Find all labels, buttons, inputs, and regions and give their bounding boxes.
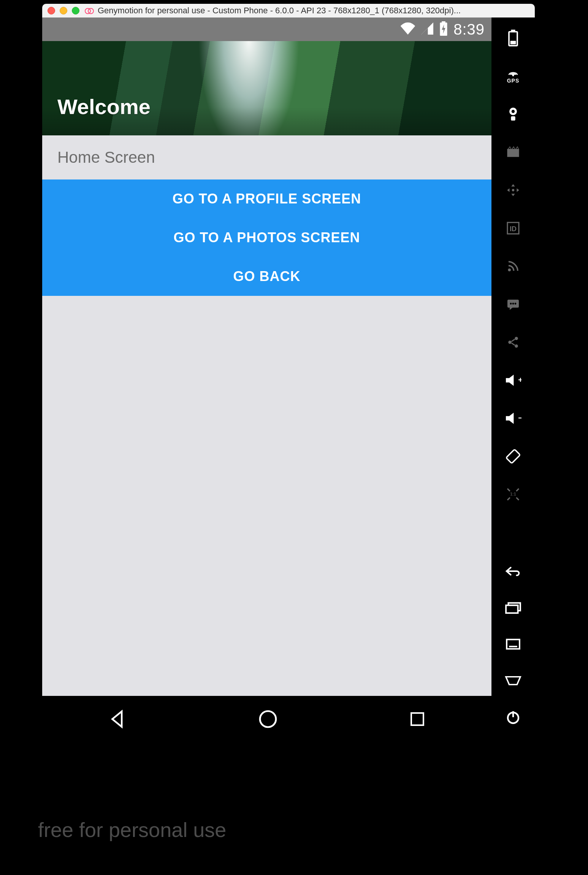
battery-charging-icon — [439, 21, 448, 37]
emulator-window: Genymotion for personal use - Custom Pho… — [0, 0, 588, 875]
sidebar-battery-button[interactable] — [502, 27, 525, 49]
svg-point-9 — [512, 110, 515, 113]
cell-signal-icon — [421, 22, 434, 36]
svg-point-20 — [515, 337, 518, 340]
sidebar-capture-button[interactable] — [502, 141, 525, 164]
svg-text:ID: ID — [510, 225, 517, 233]
phone-screen: 8:39 Welcome Home Screen GO TO A PROFILE… — [42, 17, 491, 742]
sidebar-rotate-button[interactable] — [502, 445, 525, 468]
svg-point-2 — [260, 711, 276, 727]
sidebar-gps-label: GPS — [507, 78, 520, 84]
svg-rect-10 — [511, 116, 515, 121]
button-block: GO TO A PROFILE SCREEN GO TO A PHOTOS SC… — [42, 179, 491, 296]
sidebar-network-button[interactable] — [502, 255, 525, 278]
sidebar-pixel-perfect-button[interactable]: 1:1 — [502, 483, 525, 506]
svg-rect-27 — [506, 605, 518, 613]
sidebar-sms-button[interactable] — [502, 293, 525, 316]
genymotion-sidebar: GPS ID + — [491, 17, 535, 742]
nav-recent-button[interactable] — [408, 710, 426, 728]
svg-point-12 — [512, 189, 514, 191]
svg-rect-28 — [507, 640, 520, 649]
sidebar-volume-down-button[interactable]: − — [502, 407, 525, 430]
sidebar-nav-home-button[interactable] — [502, 669, 525, 692]
sidebar-nav-menu-button[interactable] — [502, 633, 525, 656]
svg-point-21 — [508, 341, 512, 344]
minimize-window-button[interactable] — [60, 7, 67, 14]
go-back-button[interactable]: GO BACK — [42, 257, 491, 296]
android-nav-bar — [42, 696, 491, 742]
window-title: Genymotion for personal use - Custom Pho… — [98, 6, 461, 16]
svg-text:−: − — [518, 413, 521, 422]
app-header: Welcome — [42, 41, 491, 135]
svg-rect-25 — [506, 449, 520, 463]
close-window-button[interactable] — [48, 7, 55, 14]
app-title: Welcome — [57, 94, 151, 119]
sidebar-camera-button[interactable] — [502, 103, 525, 125]
emulator-frame: 8:39 Welcome Home Screen GO TO A PROFILE… — [42, 17, 535, 742]
status-bar-time: 8:39 — [453, 21, 485, 38]
svg-rect-6 — [510, 41, 516, 44]
sidebar-nav-multitask-button[interactable] — [502, 596, 525, 619]
genymotion-logo-icon — [85, 7, 95, 14]
screen-label: Home Screen — [42, 135, 491, 179]
svg-point-17 — [510, 303, 512, 305]
svg-rect-5 — [511, 30, 515, 32]
svg-point-15 — [508, 268, 511, 272]
sidebar-share-button[interactable] — [502, 331, 525, 354]
svg-point-18 — [512, 303, 514, 305]
sidebar-nav-back-button[interactable] — [502, 560, 525, 583]
wifi-icon — [400, 22, 415, 36]
nav-back-button[interactable] — [107, 709, 128, 729]
svg-rect-3 — [411, 713, 423, 725]
sidebar-identifier-button[interactable]: ID — [502, 217, 525, 240]
go-to-profile-button[interactable]: GO TO A PROFILE SCREEN — [42, 179, 491, 218]
svg-point-19 — [515, 303, 517, 305]
svg-point-22 — [515, 345, 518, 348]
sidebar-move-button[interactable] — [502, 179, 525, 202]
svg-rect-1 — [442, 21, 445, 23]
sidebar-power-button[interactable] — [502, 706, 525, 729]
svg-rect-11 — [507, 149, 519, 157]
android-status-bar: 8:39 — [42, 17, 491, 41]
mac-traffic-lights — [48, 7, 79, 14]
svg-text:+: + — [518, 375, 521, 384]
mac-titlebar: Genymotion for personal use - Custom Pho… — [42, 4, 535, 17]
app-content: Home Screen GO TO A PROFILE SCREEN GO TO… — [42, 135, 491, 696]
svg-point-7 — [512, 75, 514, 76]
zoom-window-button[interactable] — [72, 7, 79, 14]
svg-text:1:1: 1:1 — [510, 491, 516, 496]
go-to-photos-button[interactable]: GO TO A PHOTOS SCREEN — [42, 218, 491, 257]
sidebar-gps-button[interactable]: GPS — [502, 65, 525, 87]
watermark-text: free for personal use — [38, 818, 226, 842]
nav-home-button[interactable] — [257, 708, 279, 730]
sidebar-volume-up-button[interactable]: + — [502, 369, 525, 392]
